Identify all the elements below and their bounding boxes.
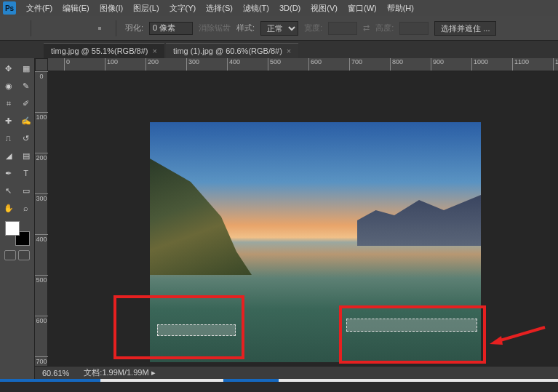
swap-icon[interactable]: ⇄ (363, 23, 370, 33)
selection-mode-group (40, 21, 107, 36)
marquee-tool-icon[interactable]: ▦ (18, 60, 34, 76)
feather-label: 羽化: (125, 23, 143, 33)
os-taskbar[interactable] (0, 379, 558, 382)
path-tool-icon[interactable]: ↖ (1, 183, 17, 199)
move-tool-icon[interactable]: ✥ (1, 60, 17, 76)
refine-edge-button[interactable]: 选择并遮住 ... (434, 21, 496, 36)
annotation-box-2 (339, 305, 486, 364)
annotation-box-1 (113, 295, 244, 359)
width-label: 宽度: (304, 23, 322, 33)
ruler-corner (35, 58, 48, 71)
close-icon[interactable]: × (152, 47, 156, 55)
feather-input[interactable] (149, 22, 193, 35)
text-tool-icon[interactable]: T (18, 165, 34, 181)
tab-doc-1[interactable]: timg.jpg @ 55.1%(RGB/8#)× (44, 43, 164, 58)
zoom-level[interactable]: 60.61% (42, 369, 69, 377)
hand-tool-icon[interactable]: ✋ (1, 200, 17, 216)
menu-layer[interactable]: 图层(L) (129, 1, 163, 15)
height-label: 高度: (375, 23, 394, 33)
tab-label: timg.jpg @ 55.1%(RGB/8#) (51, 47, 148, 55)
close-icon[interactable]: × (287, 47, 291, 55)
width-input[interactable] (328, 22, 357, 35)
doc-size-label: 文档: (84, 368, 102, 377)
menu-file[interactable]: 文件(F) (22, 1, 57, 15)
ruler-horizontal[interactable]: 0100200300400500600700800900100011001200 (48, 58, 558, 71)
antialias-label: 消除锯齿 (199, 23, 231, 33)
standard-mode-icon[interactable] (4, 250, 16, 260)
menu-type[interactable]: 文字(Y) (165, 1, 201, 15)
doc-size-value: 1.99M/1.99M (102, 368, 148, 377)
document-tabs: timg.jpg @ 55.1%(RGB/8#)× timg (1).jpg @… (0, 41, 558, 58)
menu-3d[interactable]: 3D(D) (275, 2, 305, 14)
height-input[interactable] (399, 22, 429, 35)
history-brush-icon[interactable]: ↺ (18, 130, 34, 146)
ruler-vertical[interactable]: 0100200300400500600700 (35, 71, 48, 366)
stamp-tool-icon[interactable]: ⎍ (1, 130, 17, 146)
fg-color-swatch[interactable] (5, 221, 20, 236)
zoom-tool-icon[interactable]: ⌕ (18, 200, 34, 216)
eyedropper-tool-icon[interactable]: ✐ (18, 95, 34, 111)
menu-bar: Ps 文件(F) 编辑(E) 图像(I) 图层(L) 文字(Y) 选择(S) 滤… (0, 0, 558, 16)
color-swatches[interactable] (5, 221, 30, 246)
svg-marker-1 (490, 336, 503, 345)
tab-label: timg (1).jpg @ 60.6%(RGB/8#) (173, 47, 282, 55)
menu-edit[interactable]: 编辑(E) (58, 1, 94, 15)
add-selection-icon[interactable] (57, 21, 72, 36)
brush-tool-icon[interactable]: ✍ (18, 113, 34, 129)
wand-tool-icon[interactable]: ✎ (18, 78, 34, 94)
status-bar: 60.61% 文档:1.99M/1.99M ▸ (35, 366, 558, 379)
intersect-selection-icon[interactable] (92, 21, 107, 36)
style-select[interactable]: 正常 (260, 21, 298, 36)
menu-help[interactable]: 帮助(H) (383, 1, 418, 15)
quickmask-mode-icon[interactable] (18, 250, 30, 260)
crop-tool-icon[interactable]: ⌗ (1, 95, 17, 111)
lasso-tool-icon[interactable]: ◉ (1, 78, 17, 94)
style-label: 样式: (236, 23, 255, 33)
svg-line-0 (495, 327, 545, 342)
menu-image[interactable]: 图像(I) (95, 1, 127, 15)
menu-filter[interactable]: 滤镜(T) (239, 1, 274, 15)
pen-tool-icon[interactable]: ✒ (1, 165, 17, 181)
shape-tool-icon[interactable]: ▭ (18, 183, 34, 199)
canvas-viewport[interactable] (48, 71, 558, 366)
toolbox: ✥▦ ◉✎ ⌗✐ ✚✍ ⎍↺ ◢▤ ✒T ↖▭ ✋⌕ (0, 58, 35, 379)
menu-view[interactable]: 视图(V) (306, 1, 342, 15)
gradient-tool-icon[interactable]: ▤ (18, 148, 34, 164)
eraser-tool-icon[interactable]: ◢ (1, 148, 17, 164)
menu-select[interactable]: 选择(S) (202, 1, 237, 15)
app-logo-icon: Ps (3, 1, 16, 15)
marquee-tool-icon[interactable] (7, 21, 22, 36)
annotation-arrow-icon (488, 326, 546, 348)
menu-window[interactable]: 窗口(W) (343, 1, 381, 15)
new-selection-icon[interactable] (40, 21, 55, 36)
options-bar: 羽化: 消除锯齿 样式: 正常 宽度: ⇄ 高度: 选择并遮住 ... (0, 16, 558, 41)
tab-doc-2[interactable]: timg (1).jpg @ 60.6%(RGB/8#)× (166, 43, 298, 58)
healing-tool-icon[interactable]: ✚ (1, 113, 17, 129)
subtract-selection-icon[interactable] (75, 21, 89, 36)
